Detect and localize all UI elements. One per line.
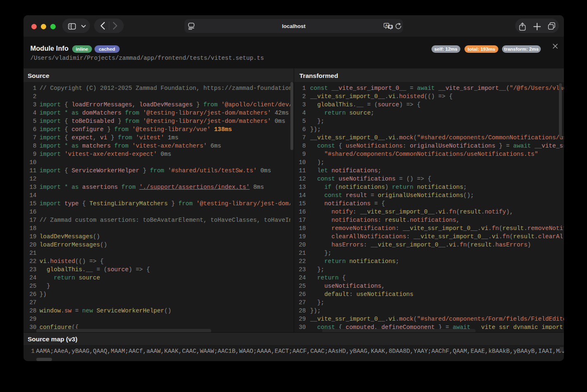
svg-text:✱: ✱ bbox=[389, 25, 392, 29]
svg-text:A: A bbox=[385, 23, 388, 27]
